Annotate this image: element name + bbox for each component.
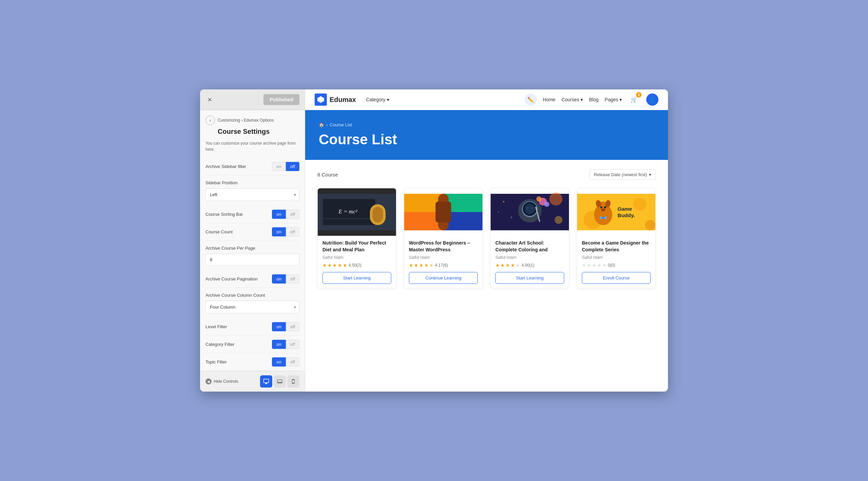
desktop-view-button[interactable] — [260, 375, 272, 388]
sidebar-description: You can customize your course archive pa… — [200, 140, 305, 158]
sort-label: Release Date (newest first) — [594, 172, 647, 177]
svg-point-39 — [604, 206, 606, 208]
course-thumbnail-4: Game Buddy. — [577, 188, 655, 236]
breadcrumb-area: ‹ Customizing › Edumax Options — [200, 110, 305, 126]
star-4-4: ★ — [597, 263, 601, 268]
toggle-category-filter: on off — [272, 340, 299, 349]
toggle-archive-sidebar: on off — [272, 162, 299, 171]
setting-label-level-filter: Level Filter — [205, 324, 272, 329]
setting-course-sorting-bar: Course Sorting Bar on off — [205, 206, 299, 223]
courses-grid: E = mc² Nutrition: Build Your Perfect Di… — [317, 188, 656, 288]
svg-rect-6 — [373, 207, 383, 223]
star-2-4: ★ — [424, 263, 429, 268]
course-card-2[interactable]: WordPress for Beginners – Master WordPre… — [404, 188, 483, 288]
breadcrumb-page: Course List — [330, 122, 352, 127]
course-btn-4[interactable]: Enroll Course — [582, 272, 651, 284]
course-rating-1: ★ ★ ★ ★ ★ 4.50(2) — [322, 263, 391, 268]
hide-controls-button[interactable]: ◀ Hide Controls — [205, 378, 238, 384]
toggle-on-category-filter[interactable]: on — [272, 340, 285, 349]
pages-dropdown-icon: ▾ — [619, 97, 622, 102]
logo-text: Edumax — [330, 96, 356, 104]
hide-controls-label: Hide Controls — [214, 379, 238, 384]
nav-link-pages[interactable]: Pages ▾ — [605, 97, 622, 102]
setting-label-archive-sidebar: Archive Sidebar filter — [205, 164, 272, 169]
toggle-off-category-filter[interactable]: off — [286, 340, 299, 349]
course-rating-2: ★ ★ ★ ★ ★ 4.17(6) — [409, 263, 478, 268]
column-count-select-wrapper: One Column Two Column Three Column Four … — [205, 301, 299, 313]
tablet-view-button[interactable] — [274, 375, 286, 388]
back-button[interactable]: ‹ — [205, 116, 215, 125]
course-btn-3[interactable]: Start Learning — [495, 272, 564, 284]
toggle-off-topic-filter[interactable]: off — [286, 357, 299, 367]
rating-text-2: 4.17(6) — [435, 263, 448, 268]
toggle-off-level-filter[interactable]: off — [286, 322, 299, 331]
toggle-off-archive-sidebar[interactable]: off — [286, 162, 299, 171]
course-rating-3: ★ ★ ★ ★ ★ 4.00(1) — [495, 263, 564, 268]
star-3-5: ★ — [516, 263, 520, 268]
svg-point-18 — [525, 204, 535, 214]
mobile-view-button[interactable] — [287, 375, 299, 388]
nav-link-blog[interactable]: Blog — [589, 97, 598, 102]
published-button[interactable]: Published — [263, 94, 299, 105]
course-card-4[interactable]: Game Buddy. Become a Game Designer the C… — [577, 188, 656, 288]
category-button[interactable]: Category ▾ — [363, 95, 393, 104]
stars-4: ★ ★ ★ ★ ★ — [582, 263, 607, 268]
toggle-off-course-sorting[interactable]: off — [286, 210, 299, 219]
toggle-on-level-filter[interactable]: on — [272, 322, 285, 331]
cart-button[interactable]: 🛒 0 — [628, 93, 640, 106]
course-thumbnail-2 — [404, 188, 482, 236]
svg-point-23 — [544, 202, 549, 207]
star-2-3: ★ — [419, 263, 423, 268]
desktop-icon — [263, 378, 269, 384]
setting-archive-sidebar-filter: Archive Sidebar filter on off — [205, 158, 299, 175]
course-info-2: WordPress for Beginners – Master WordPre… — [404, 236, 482, 288]
setting-topic-filter: Topic Filter on off — [205, 353, 299, 371]
course-info-1: Nutrition: Build Your Perfect Diet and M… — [318, 236, 396, 288]
toggle-on-pagination[interactable]: on — [272, 274, 285, 284]
toggle-off-pagination[interactable]: off — [286, 274, 299, 284]
course-btn-1[interactable]: Start Learning — [322, 272, 391, 284]
svg-text:Buddy.: Buddy. — [617, 212, 635, 218]
breadcrumb-home-icon: 🏠 — [319, 122, 324, 127]
setting-sidebar-position: Sidebar Position Left Right ▾ — [205, 175, 299, 201]
sidebar-position-select[interactable]: Left Right — [205, 188, 299, 201]
setting-column-count: Archive Course Column Count One Column T… — [205, 288, 299, 313]
toggle-course-sorting: on off — [272, 210, 299, 219]
rating-text-3: 4.00(1) — [521, 263, 534, 268]
svg-point-27 — [498, 211, 499, 212]
toggle-on-course-sorting[interactable]: on — [272, 210, 285, 219]
stars-3: ★ ★ ★ ★ ★ — [495, 263, 520, 268]
svg-point-29 — [555, 216, 563, 224]
setting-label-per-page: Archive Course Per Page — [205, 246, 255, 251]
setting-course-count: Course Count on off — [205, 223, 299, 241]
course-thumbnail-1: E = mc² — [318, 188, 396, 236]
course-title-2: WordPress for Beginners – Master WordPre… — [409, 240, 478, 253]
course-card-3[interactable]: Character Art School: Complete Coloring … — [490, 188, 569, 288]
nav-link-home[interactable]: Home — [543, 97, 555, 102]
column-count-select[interactable]: One Column Two Column Three Column Four … — [205, 301, 299, 313]
course-card-1[interactable]: E = mc² Nutrition: Build Your Perfect Di… — [317, 188, 396, 288]
pencil-icon-button[interactable]: ✏️ — [525, 93, 537, 106]
svg-text:Game: Game — [617, 206, 632, 212]
svg-point-19 — [527, 207, 529, 209]
per-page-input[interactable] — [205, 254, 299, 266]
mobile-icon — [291, 379, 296, 384]
toggle-on-topic-filter[interactable]: on — [272, 357, 285, 367]
course-thumb-svg-4: Game Buddy. — [577, 188, 655, 236]
close-button[interactable]: ✕ — [205, 96, 214, 104]
star-4-2: ★ — [587, 263, 591, 268]
nav-link-courses[interactable]: Courses ▾ — [561, 97, 583, 102]
logo-icon — [315, 93, 327, 106]
star-4-5: ★ — [602, 263, 607, 268]
stars-1: ★ ★ ★ ★ ★ — [322, 263, 347, 268]
toggle-on-archive-sidebar[interactable]: on — [272, 162, 285, 171]
hide-controls-arrow-icon: ◀ — [205, 378, 212, 384]
sort-dropdown-button[interactable]: Release Date (newest first) ▾ — [589, 169, 656, 180]
star-4-3: ★ — [592, 263, 596, 268]
toggle-off-course-count[interactable]: off — [286, 227, 299, 236]
tablet-icon — [277, 379, 282, 384]
user-avatar-button[interactable]: 👤 — [646, 93, 658, 106]
toggle-topic-filter: on off — [272, 357, 299, 367]
course-btn-2[interactable]: Continue Learning — [409, 272, 478, 284]
toggle-on-course-count[interactable]: on — [272, 227, 285, 236]
